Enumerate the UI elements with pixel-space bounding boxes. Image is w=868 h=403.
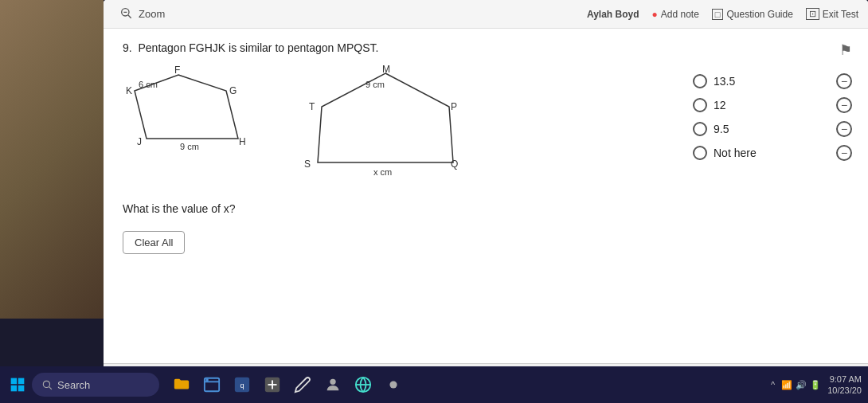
- svg-point-17: [206, 379, 208, 381]
- file-manager-icon[interactable]: [169, 372, 194, 397]
- main-window: Zoom Aylah Boyd ● Add note □ Question Gu…: [104, 0, 868, 366]
- top-bar-left: Zoom: [113, 6, 165, 22]
- app-icon-2[interactable]: [260, 372, 285, 397]
- taskbar-right: ^ 📶 🔊 🔋 9:07 AM 10/23/20: [771, 374, 862, 397]
- svg-point-23: [330, 379, 335, 385]
- browser-icon[interactable]: [199, 372, 225, 397]
- svg-rect-11: [11, 385, 18, 392]
- answer-option-not-here: Not here −: [693, 145, 852, 161]
- zoom-icon2: [119, 6, 132, 22]
- battery-icon: 🔋: [810, 380, 821, 390]
- current-time: 9:07 AM: [827, 374, 862, 385]
- clear-all-button[interactable]: Clear All: [123, 231, 185, 254]
- label-H: H: [239, 136, 246, 147]
- side-6cm: 6 cm: [139, 80, 158, 89]
- side-9cm-bottom: 9 cm: [180, 142, 199, 151]
- label-G: G: [229, 85, 237, 96]
- search-label: Search: [57, 379, 90, 391]
- answer-option-9-5: 9.5 −: [693, 121, 852, 137]
- label-S: S: [304, 158, 311, 170]
- wifi-icons: 📶 🔊 🔋: [781, 380, 821, 390]
- answer-option-12: 12 −: [693, 97, 852, 113]
- radio-not-here[interactable]: [693, 146, 707, 160]
- minus-icon-not-here[interactable]: −: [836, 145, 852, 161]
- label-F: F: [174, 65, 180, 76]
- label-P: P: [451, 101, 457, 112]
- side-xcm: x cm: [373, 167, 392, 177]
- zoom-label: Zoom: [139, 8, 165, 20]
- search-bar[interactable]: Search: [32, 373, 159, 397]
- svg-rect-12: [18, 385, 25, 392]
- volume-icon: 🔊: [796, 380, 807, 390]
- label-M: M: [382, 64, 390, 75]
- dot-icon[interactable]: [381, 372, 406, 397]
- minus-icon-12[interactable]: −: [836, 97, 852, 113]
- answers-column: 13.5 − 12 − 9.5 −: [693, 73, 852, 161]
- svg-point-26: [389, 381, 397, 388]
- add-note-button[interactable]: ● Add note: [652, 9, 699, 20]
- taskbar: Search q: [0, 366, 868, 403]
- pentagon-mpqst: M P Q S T 9 cm x cm: [298, 67, 481, 190]
- label-K: K: [126, 85, 132, 96]
- background-classroom: [0, 0, 104, 319]
- answer-text-9-5: 9.5: [714, 123, 729, 135]
- radio-13-5[interactable]: [693, 74, 707, 88]
- minus-icon-9-5[interactable]: −: [836, 121, 852, 137]
- taskbar-icons: q: [169, 372, 406, 397]
- pentagon-fghjk: F G H J K 6 cm 9 cm: [123, 67, 266, 174]
- time-display: 9:07 AM 10/23/20: [827, 374, 862, 397]
- svg-rect-10: [18, 378, 25, 385]
- minus-icon-13-5[interactable]: −: [836, 73, 852, 89]
- person-icon[interactable]: [320, 372, 346, 397]
- label-J: J: [137, 136, 142, 147]
- top-bar-right: Aylah Boyd ● Add note □ Question Guide ⊡…: [587, 8, 858, 20]
- answer-option-13-5: 13.5 −: [693, 73, 852, 89]
- answer-left-not-here: Not here: [693, 146, 757, 160]
- flag-icon[interactable]: ⚑: [839, 41, 852, 59]
- question-guide-button[interactable]: □ Question Guide: [712, 9, 793, 20]
- svg-rect-9: [11, 378, 18, 385]
- question-area: 9. Pentagon FGHJK is similar to pentagon…: [104, 29, 868, 267]
- current-date: 10/23/20: [827, 385, 862, 396]
- radio-12[interactable]: [693, 98, 707, 112]
- answer-left-12: 12: [693, 98, 726, 112]
- answer-left-9-5: 9.5: [693, 122, 729, 136]
- exit-test-button[interactable]: ⊡ Exit Test: [806, 8, 858, 20]
- what-value-text: What is the value of x?: [123, 202, 849, 215]
- wifi-icon: 📶: [781, 380, 792, 390]
- svg-text:q: q: [240, 381, 244, 389]
- answer-text-not-here: Not here: [714, 147, 757, 159]
- question-text: 9. Pentagon FGHJK is similar to pentagon…: [123, 41, 849, 54]
- svg-line-5: [128, 15, 131, 18]
- svg-point-13: [43, 381, 49, 387]
- globe-icon[interactable]: [350, 372, 376, 397]
- answer-text-12: 12: [714, 99, 726, 112]
- svg-marker-8: [318, 73, 453, 162]
- windows-start-button[interactable]: [6, 374, 29, 396]
- answer-left-13-5: 13.5: [693, 74, 735, 88]
- user-name: Aylah Boyd: [587, 9, 639, 20]
- label-Q: Q: [451, 158, 458, 170]
- label-T: T: [309, 101, 315, 112]
- pencil-icon[interactable]: [290, 372, 315, 397]
- radio-9-5[interactable]: [693, 122, 707, 136]
- top-bar: Zoom Aylah Boyd ● Add note □ Question Gu…: [104, 0, 868, 29]
- side-9cm-top: 9 cm: [366, 80, 385, 89]
- app-icon-1[interactable]: q: [229, 372, 255, 397]
- caret-icon: ^: [771, 380, 775, 389]
- svg-line-14: [49, 387, 52, 389]
- answer-text-13-5: 13.5: [714, 75, 735, 88]
